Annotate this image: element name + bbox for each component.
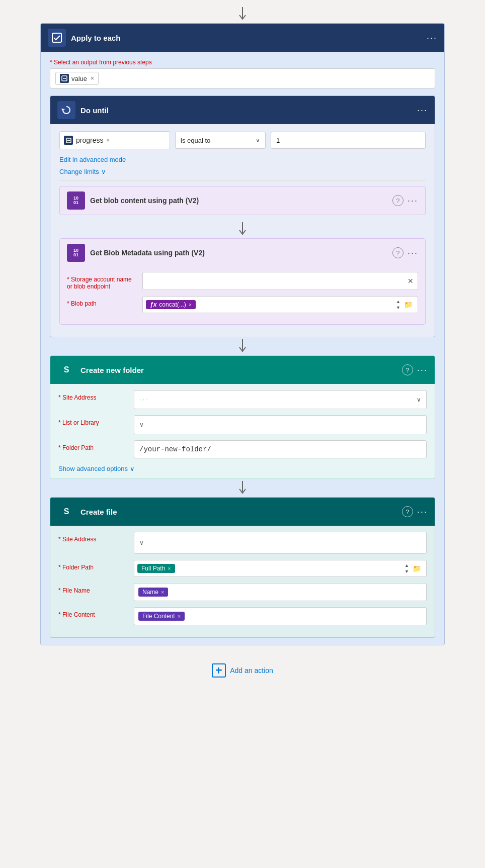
- do-until-title: Do until: [80, 106, 413, 115]
- value-chip-remove[interactable]: ×: [91, 75, 94, 82]
- create-new-folder-s: S: [64, 365, 69, 374]
- create-new-folder-help[interactable]: ?: [402, 364, 413, 375]
- condition-value-input[interactable]: [271, 132, 426, 149]
- condition-op-value: is equal to: [181, 137, 210, 144]
- concat-chip: ƒx concat(...) ×: [146, 300, 196, 309]
- create-file-site-address-row: * Site Address ∨: [58, 532, 427, 554]
- blob-path-label: * Blob path: [67, 296, 137, 307]
- progress-chip-remove[interactable]: ×: [106, 137, 109, 143]
- get-blob-metadata-body: * Storage account name or blob endpoint …: [60, 267, 425, 324]
- folder-path-folder-btn[interactable]: 📁: [411, 563, 423, 573]
- site-address-placeholder: · · ·: [139, 396, 148, 403]
- folder-path-value: /your-new-folder/: [134, 440, 427, 458]
- folder-path-controls: ▲ ▼: [403, 563, 411, 574]
- get-blob-content-title: Get blob content using path (V2): [90, 197, 392, 205]
- create-file-site-address-label: * Site Address: [58, 532, 129, 543]
- site-address-row: * Site Address · · · ∨: [58, 390, 427, 409]
- do-until-body: progress × is equal to ∨: [50, 124, 435, 337]
- create-new-folder-title: Create new folder: [80, 366, 402, 374]
- storage-account-input[interactable]: ✕: [142, 272, 418, 290]
- progress-chip-label: progress: [76, 136, 103, 144]
- blob-path-down[interactable]: ▼: [394, 305, 402, 311]
- storage-account-label: * Storage account name or blob endpoint: [67, 272, 137, 290]
- apply-to-each-title: Apply to each: [71, 34, 423, 42]
- show-advanced-btn[interactable]: Show advanced options ∨: [58, 465, 135, 472]
- progress-input[interactable]: progress ×: [59, 131, 170, 149]
- get-blob-metadata-menu[interactable]: ···: [408, 248, 418, 258]
- folder-path-input[interactable]: /your-new-folder/: [134, 440, 427, 458]
- file-name-row: * File Name Name ×: [58, 583, 427, 601]
- create-file-header: S Create file ? ···: [50, 498, 435, 526]
- concat-remove[interactable]: ×: [189, 302, 192, 308]
- folder-path-down[interactable]: ▼: [403, 569, 411, 574]
- get-blob-metadata-title: Get Blob Metadata using path (V2): [90, 249, 392, 257]
- condition-row: progress × is equal to ∨: [59, 131, 426, 149]
- add-action-icon: [212, 663, 226, 678]
- create-new-folder-icon: S: [57, 361, 75, 379]
- blob-path-up[interactable]: ▲: [394, 299, 402, 305]
- file-content-chip-label: File Content: [142, 613, 175, 620]
- get-blob-metadata-icon: 1001: [67, 244, 85, 262]
- condition-left: progress ×: [59, 131, 170, 149]
- create-file-menu[interactable]: ···: [417, 507, 428, 517]
- file-content-input[interactable]: File Content ×: [134, 607, 427, 625]
- full-path-label: Full Path: [141, 565, 165, 572]
- condition-op-select[interactable]: is equal to ∨: [175, 132, 266, 149]
- select-output-input[interactable]: value ×: [50, 68, 435, 88]
- create-file-folder-path-input[interactable]: Full Path × ▲ ▼ 📁: [134, 560, 427, 577]
- apply-to-each-menu[interactable]: ···: [427, 33, 437, 43]
- change-limits-btn[interactable]: Change limits ∨: [59, 168, 106, 175]
- blob-path-folder-btn[interactable]: 📁: [402, 300, 415, 310]
- file-name-input[interactable]: Name ×: [134, 583, 427, 601]
- file-content-chip-remove[interactable]: ×: [178, 613, 181, 619]
- value-chip-label: value: [71, 75, 87, 82]
- name-label: Name: [142, 589, 158, 596]
- value-chip-icon: [60, 74, 69, 83]
- get-blob-content-icon: 1001: [67, 191, 85, 210]
- do-until-header: Do until ···: [50, 96, 435, 124]
- storage-account-clear[interactable]: ✕: [408, 277, 414, 285]
- get-blob-metadata-help[interactable]: ?: [392, 247, 403, 258]
- blob-path-value: ƒx concat(...) × ▲ ▼: [142, 296, 418, 313]
- blob-path-row: * Blob path ƒx concat(...) ×: [67, 296, 418, 313]
- do-until-icon: [57, 101, 75, 119]
- create-new-folder-header: S Create new folder ? ···: [50, 356, 435, 384]
- create-file-site-address-chevron: ∨: [139, 539, 144, 546]
- storage-account-row: * Storage account name or blob endpoint …: [67, 272, 418, 290]
- get-blob-content-menu[interactable]: ···: [408, 196, 418, 206]
- folder-path-row: * Folder Path /your-new-folder/: [58, 440, 427, 458]
- get-blob-content-header: 1001 Get blob content using path (V2) ? …: [60, 186, 425, 215]
- name-chip-remove[interactable]: ×: [161, 589, 164, 595]
- apply-to-each-icon: [48, 29, 66, 47]
- file-content-label: * File Content: [58, 607, 129, 618]
- create-new-folder-menu[interactable]: ···: [417, 365, 428, 375]
- show-advanced-chevron: ∨: [130, 465, 135, 472]
- blob-path-controls: ▲ ▼: [394, 299, 402, 311]
- create-file-help[interactable]: ?: [402, 506, 413, 517]
- edit-advanced-label: Edit in advanced mode: [59, 156, 126, 163]
- full-path-remove[interactable]: ×: [168, 565, 171, 571]
- value-chip: value ×: [55, 72, 99, 85]
- condition-op-chevron: ∨: [256, 137, 260, 144]
- create-file-folder-path-label: * Folder Path: [58, 560, 129, 571]
- get-blob-content-help[interactable]: ?: [392, 195, 403, 206]
- create-file-site-address-value: ∨: [134, 532, 427, 554]
- blob-path-input[interactable]: ƒx concat(...) × ▲ ▼: [142, 296, 418, 313]
- folder-path-up[interactable]: ▲: [403, 563, 411, 568]
- edit-advanced-btn[interactable]: Edit in advanced mode: [59, 156, 126, 163]
- change-limits-chevron: ∨: [101, 168, 106, 175]
- svg-rect-10: [218, 667, 219, 673]
- file-name-value: Name ×: [134, 583, 427, 601]
- site-address-select[interactable]: · · · ∨: [134, 390, 427, 409]
- get-blob-metadata-block: 1001 Get Blob Metadata using path (V2) ?…: [59, 238, 426, 325]
- connector-arrow-2: [50, 337, 435, 355]
- progress-chip-icon: [64, 136, 73, 145]
- create-file-site-address-select[interactable]: ∨: [134, 532, 427, 554]
- site-address-value: · · · ∨: [134, 390, 427, 409]
- file-content-value: File Content ×: [134, 607, 427, 625]
- do-until-menu[interactable]: ···: [417, 105, 428, 116]
- list-library-select[interactable]: ∨: [134, 415, 427, 434]
- file-content-row: * File Content File Content ×: [58, 607, 427, 625]
- add-action-button[interactable]: Add an action: [207, 658, 278, 683]
- file-content-chip: File Content ×: [138, 612, 185, 621]
